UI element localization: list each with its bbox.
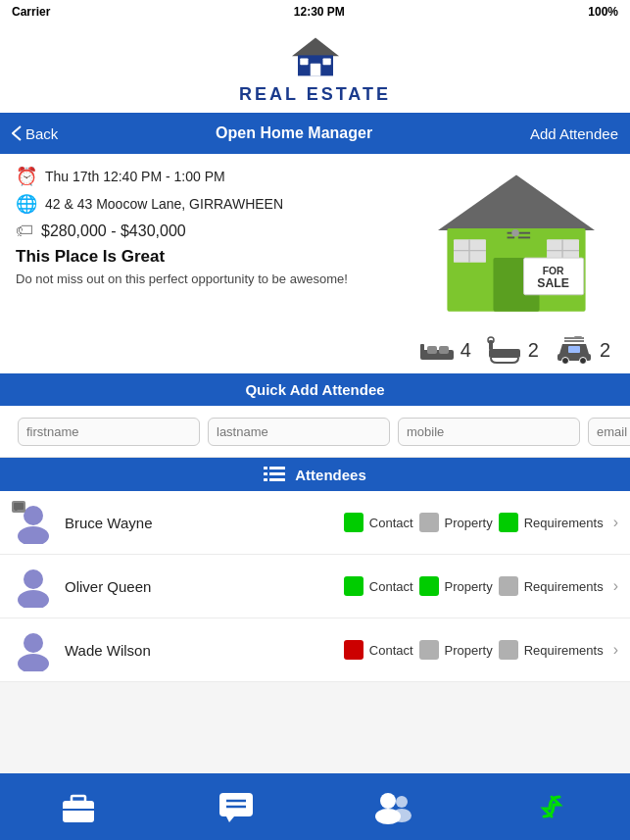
svg-point-31 bbox=[579, 358, 586, 365]
attendee-badges: Contact Property Requirements › bbox=[182, 576, 618, 596]
requirements-label: Requirements bbox=[524, 516, 604, 530]
tag-icon: 🏷 bbox=[16, 221, 33, 241]
svg-rect-40 bbox=[269, 467, 285, 469]
tab-sync[interactable] bbox=[472, 789, 630, 824]
property-desc: Do not miss out on this perfect opportun… bbox=[16, 271, 407, 288]
svg-rect-56 bbox=[219, 793, 253, 816]
lastname-input[interactable] bbox=[208, 418, 390, 446]
garages-feature: 2 bbox=[555, 336, 610, 364]
mobile-input[interactable] bbox=[398, 418, 580, 446]
logo-header: REAL ESTATE bbox=[0, 24, 630, 113]
baths-feature: 2 bbox=[487, 336, 539, 364]
svg-rect-41 bbox=[264, 472, 267, 475]
tab-messages[interactable] bbox=[158, 790, 315, 823]
svg-rect-26 bbox=[489, 349, 520, 358]
svg-point-52 bbox=[18, 654, 49, 671]
chevron-right-icon: › bbox=[613, 514, 618, 531]
avatar bbox=[12, 628, 55, 671]
tab-bar bbox=[0, 773, 630, 840]
messages-icon bbox=[217, 790, 256, 823]
svg-point-51 bbox=[24, 633, 43, 653]
datetime-row: ⏰ Thu 17th 12:40 PM - 1:00 PM bbox=[16, 166, 407, 187]
property-details: ⏰ Thu 17th 12:40 PM - 1:00 PM 🌐 42 & 43 … bbox=[0, 154, 630, 330]
chevron-right-icon: › bbox=[613, 577, 618, 595]
firstname-input[interactable] bbox=[18, 418, 200, 446]
svg-point-19 bbox=[511, 229, 519, 237]
attendee-name: Oliver Queen bbox=[65, 578, 172, 595]
tab-contacts[interactable] bbox=[315, 789, 473, 824]
svg-rect-39 bbox=[264, 467, 267, 469]
contact-label: Contact bbox=[369, 579, 413, 594]
price-text: $280,000 - $430,000 bbox=[41, 222, 186, 240]
beds-count: 4 bbox=[460, 339, 471, 362]
attendee-row[interactable]: Wade Wilson Contact Property Requirement… bbox=[0, 618, 630, 682]
garages-count: 2 bbox=[600, 339, 610, 362]
baths-count: 2 bbox=[528, 339, 539, 362]
carrier-label: Carrier bbox=[12, 5, 50, 19]
nav-title: Open Home Manager bbox=[216, 124, 372, 142]
svg-marker-5 bbox=[438, 174, 595, 229]
attendee-badges: Contact Property Requirements › bbox=[182, 513, 618, 532]
property-label: Property bbox=[445, 516, 493, 530]
attendees-label: Attendees bbox=[295, 467, 366, 483]
bath-icon bbox=[487, 336, 522, 364]
address-text: 42 & 43 Moocow Lane, GIRRAWHEEN bbox=[45, 196, 283, 212]
contact-label: Contact bbox=[369, 516, 413, 530]
main-scroll: ⏰ Thu 17th 12:40 PM - 1:00 PM 🌐 42 & 43 … bbox=[0, 154, 630, 761]
svg-rect-32 bbox=[568, 346, 580, 353]
quick-add-row: ⊕ bbox=[0, 406, 630, 458]
svg-point-50 bbox=[18, 590, 49, 608]
house-for-sale-icon: FOR SALE bbox=[423, 166, 609, 322]
svg-rect-53 bbox=[63, 801, 94, 822]
nav-bar: Back Open Home Manager Add Attendee bbox=[0, 113, 630, 154]
attendee-name: Bruce Wayne bbox=[65, 515, 172, 531]
svg-marker-0 bbox=[292, 37, 339, 56]
add-attendee-button[interactable]: Add Attendee bbox=[530, 125, 618, 142]
svg-rect-42 bbox=[269, 472, 285, 475]
requirements-label: Requirements bbox=[524, 579, 604, 594]
price-row: 🏷 $280,000 - $430,000 bbox=[16, 221, 407, 241]
attendees-header: Attendees bbox=[0, 458, 630, 491]
requirements-badge bbox=[499, 576, 518, 596]
garage-icon bbox=[555, 336, 594, 364]
person-avatar-icon bbox=[12, 565, 55, 608]
attendee-badges: Contact Property Requirements › bbox=[182, 640, 618, 660]
svg-point-60 bbox=[380, 793, 396, 809]
svg-point-30 bbox=[561, 358, 568, 365]
contact-badge bbox=[344, 576, 363, 596]
list-icon bbox=[264, 466, 285, 483]
attendee-row[interactable]: Oliver Queen Contact Property Requiremen… bbox=[0, 555, 630, 618]
battery-label: 100% bbox=[588, 5, 618, 19]
contact-badge bbox=[344, 513, 363, 532]
quick-add-header: Quick Add Attendee bbox=[0, 373, 630, 406]
back-button[interactable]: Back bbox=[12, 125, 58, 142]
sync-icon bbox=[532, 789, 571, 824]
svg-marker-48 bbox=[15, 510, 18, 511]
clock-icon: ⏰ bbox=[16, 166, 37, 187]
property-badge bbox=[419, 640, 439, 660]
property-info: ⏰ Thu 17th 12:40 PM - 1:00 PM 🌐 42 & 43 … bbox=[16, 166, 407, 322]
attendee-row[interactable]: Bruce Wayne Contact Property Requirement… bbox=[0, 491, 630, 555]
avatar bbox=[12, 501, 55, 544]
property-badge bbox=[419, 576, 439, 596]
tab-briefcase[interactable] bbox=[0, 789, 158, 824]
person-avatar-icon bbox=[12, 628, 55, 671]
requirements-badge bbox=[499, 513, 518, 532]
svg-point-62 bbox=[396, 796, 408, 808]
contact-label: Contact bbox=[369, 643, 413, 658]
property-badge bbox=[419, 513, 439, 532]
chevron-left-icon bbox=[12, 125, 22, 141]
globe-icon: 🌐 bbox=[16, 193, 37, 215]
svg-rect-47 bbox=[14, 503, 24, 510]
svg-point-46 bbox=[18, 526, 49, 544]
features-row: 4 2 bbox=[0, 330, 630, 373]
briefcase-icon bbox=[59, 789, 98, 824]
email-input[interactable] bbox=[588, 418, 630, 446]
contact-badge bbox=[344, 640, 363, 660]
bed-icon bbox=[419, 338, 455, 362]
requirements-badge bbox=[499, 640, 518, 660]
avatar bbox=[12, 565, 55, 608]
svg-rect-24 bbox=[427, 346, 437, 354]
logo-house-icon bbox=[286, 33, 345, 82]
svg-text:SALE: SALE bbox=[537, 276, 569, 290]
